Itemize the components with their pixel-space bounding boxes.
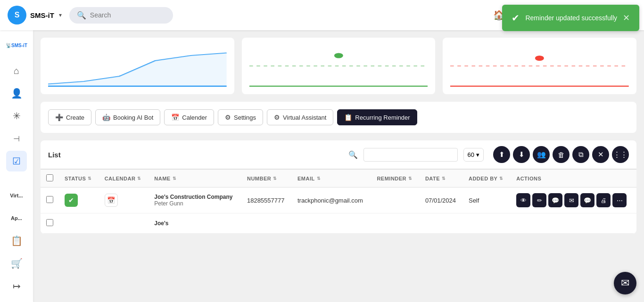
- sidebar-item-app[interactable]: Ap...: [6, 208, 27, 229]
- number-sort-icon: ⇅: [273, 176, 277, 181]
- status-sort-icon: ⇅: [88, 176, 92, 181]
- list-search-icon[interactable]: 🔍: [348, 150, 358, 159]
- list-search-input[interactable]: [363, 148, 458, 162]
- booking-bot-icon: 🤖: [102, 114, 110, 121]
- close-x-button[interactable]: ✕: [592, 146, 609, 163]
- email-sort-icon: ⇅: [317, 176, 321, 181]
- row2-number: [241, 213, 292, 234]
- sidebar-logo-text: 📡SMS-iT: [6, 43, 27, 48]
- added-by-sort-icon: ⇅: [499, 176, 504, 181]
- sidebar-item-network[interactable]: ✳: [6, 106, 27, 126]
- calender-button[interactable]: 📅 Calender: [164, 109, 214, 125]
- search-icon: 🔍: [77, 11, 86, 20]
- search-box[interactable]: 🔍: [69, 7, 173, 24]
- booking-ai-bot-button[interactable]: 🤖 Booking AI Bot: [95, 109, 160, 125]
- brand-name: SMS-iT: [30, 11, 54, 19]
- copy-button[interactable]: ⧉: [572, 146, 589, 163]
- sidebar-logo: 📡SMS-iT: [5, 36, 28, 55]
- virtual-assistant-button[interactable]: ⚙ Virtual Assistant: [267, 109, 333, 125]
- row1-view-button[interactable]: 👁: [516, 193, 530, 207]
- date-sort-icon: ⇅: [442, 176, 446, 181]
- brand-area[interactable]: S SMS-iT ▾: [8, 6, 62, 24]
- row2-checkbox[interactable]: [46, 219, 53, 226]
- list-title: List: [48, 151, 61, 159]
- th-added-by: ADDED BY ⇅: [463, 170, 511, 188]
- sidebar-item-contacts[interactable]: 👤: [6, 83, 27, 104]
- sidebar-item-calendar[interactable]: ☑: [6, 151, 27, 171]
- th-calendar: CALENDAR ⇅: [99, 170, 149, 188]
- select-all-checkbox[interactable]: [46, 174, 53, 181]
- row1-checkbox-cell: [41, 188, 59, 213]
- row1-edit-button[interactable]: ✏: [532, 193, 546, 207]
- th-reminder: REMINDER ⇅: [371, 170, 420, 188]
- toast-check-icon: ✔: [512, 12, 520, 24]
- create-button[interactable]: ➕ Create: [48, 109, 91, 125]
- data-table: STATUS ⇅ CALENDAR ⇅ NAME ⇅: [41, 170, 636, 234]
- sidebar-item-steps[interactable]: ⊣: [6, 128, 27, 149]
- chart-card-green: [242, 38, 436, 94]
- create-icon: ➕: [55, 114, 63, 121]
- row2-checkbox-cell: [41, 213, 59, 234]
- sidebar: 📡SMS-iT ⌂ 👤 ✳ ⊣ ☑ Virt... Ap... 📋 🛒 ↦: [0, 30, 33, 302]
- table-row: ✔ 📅 Joe's Construction Company Peter Gun…: [41, 188, 636, 213]
- row2-reminder: [371, 213, 420, 234]
- calendar-sort-icon: ⇅: [137, 176, 141, 181]
- floating-chat-button[interactable]: ✉: [614, 272, 636, 294]
- th-status: STATUS ⇅: [59, 170, 99, 188]
- row1-more-button[interactable]: ⋯: [612, 193, 627, 207]
- row1-name: Joe's Construction Company Peter Gunn: [149, 188, 241, 213]
- row1-checkbox[interactable]: [46, 196, 53, 203]
- row2-status: [59, 213, 99, 234]
- upload-button[interactable]: ⬆: [493, 146, 510, 163]
- download-button[interactable]: ⬇: [513, 146, 530, 163]
- settings-button[interactable]: ⚙ Settings: [218, 109, 263, 125]
- row1-status-check-icon: ✔: [65, 194, 78, 207]
- row1-action-row: 👁 ✏ 💬 ✉ 💬 🖨 ⋯: [516, 193, 631, 207]
- row1-contact-name: Peter Gunn: [154, 200, 236, 207]
- th-date: DATE ⇅: [420, 170, 463, 188]
- search-input[interactable]: [90, 11, 165, 19]
- row1-company: Joe's Construction Company: [154, 194, 236, 200]
- row1-chat-button[interactable]: 💬: [580, 193, 594, 207]
- row1-number: 18285557777: [241, 188, 292, 213]
- row1-sms-button[interactable]: 💬: [548, 193, 562, 207]
- sidebar-bottom: Virt... Ap... 📋 🛒 ↦: [6, 185, 27, 296]
- row1-calendar: 📅: [99, 188, 149, 213]
- sidebar-item-virtual[interactable]: Virt...: [6, 185, 27, 206]
- brand-chevron-icon: ▾: [59, 12, 62, 18]
- row2-name: Joe's: [149, 213, 241, 234]
- row2-added-by: [463, 213, 511, 234]
- sidebar-item-home[interactable]: ⌂: [6, 60, 27, 81]
- delete-button[interactable]: 🗑: [553, 146, 570, 163]
- users-button[interactable]: 👥: [533, 146, 550, 163]
- chart-card-red: [443, 38, 636, 94]
- recurring-reminder-button[interactable]: 📋 Recurring Reminder: [337, 109, 417, 125]
- name-sort-icon: ⇅: [173, 176, 177, 181]
- reminder-sort-icon: ⇅: [408, 176, 413, 181]
- row1-print-button[interactable]: 🖨: [596, 193, 611, 207]
- row2-date: [420, 213, 463, 234]
- row1-added-by: Self: [463, 188, 511, 213]
- th-name: NAME ⇅: [149, 170, 241, 188]
- icon-btn-group: ⬆ ⬇ 👥 🗑 ⧉ ✕ ⋮⋮: [493, 146, 629, 163]
- float-chat-icon: ✉: [621, 277, 629, 289]
- svg-point-2: [334, 53, 343, 58]
- row2-email: [292, 213, 371, 234]
- th-checkbox: [41, 170, 59, 188]
- toast-close-icon[interactable]: ✕: [623, 13, 630, 23]
- menu-button[interactable]: ⋮⋮: [612, 146, 629, 163]
- svg-point-4: [535, 56, 544, 61]
- toast-notification: ✔ Reminder updated successfully ✕: [502, 5, 639, 31]
- row1-status: ✔: [59, 188, 99, 213]
- action-buttons-row: ➕ Create 🤖 Booking AI Bot 📅 Calender ⚙ S…: [41, 102, 636, 133]
- list-header: List 🔍 60 ▾ ⬆ ⬇ 👥 🗑 ⧉ ✕ ⋮⋮: [41, 140, 636, 170]
- virtual-assistant-icon: ⚙: [274, 114, 280, 121]
- row1-email: trackphonic@gmail.com: [292, 188, 371, 213]
- sidebar-item-export[interactable]: ↦: [6, 276, 27, 296]
- row1-email-button[interactable]: ✉: [564, 193, 578, 207]
- sidebar-item-cart[interactable]: 🛒: [6, 253, 27, 274]
- sidebar-item-notes[interactable]: 📋: [6, 230, 27, 251]
- per-page-select[interactable]: 60 ▾: [463, 148, 484, 162]
- row1-actions: 👁 ✏ 💬 ✉ 💬 🖨 ⋯: [511, 188, 636, 213]
- brand-avatar: S: [8, 6, 26, 24]
